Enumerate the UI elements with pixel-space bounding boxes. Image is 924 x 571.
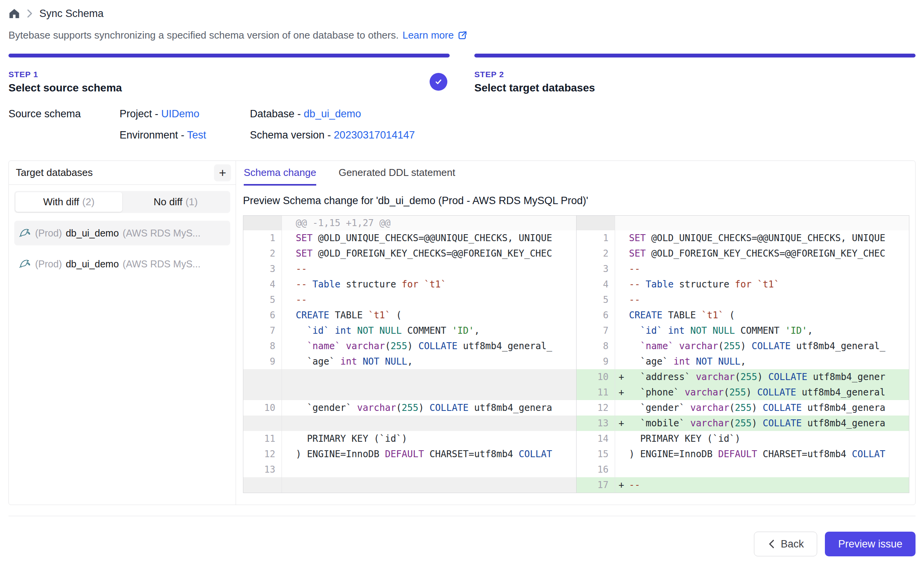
- diff-code-line: `id` int NOT NULL COMMENT 'ID',: [296, 323, 576, 338]
- breadcrumb: Sync Schema: [8, 5, 916, 22]
- diff-pane-old[interactable]: @@ -1,15 +1,27 @@1SET @OLD_UNIQUE_CHECKS…: [243, 216, 576, 493]
- tab-generated-ddl[interactable]: Generated DDL statement: [339, 167, 455, 186]
- target-databases-body: With diff (2) No diff (1) (Prod)db_ui_de…: [9, 185, 236, 282]
- diff-code-line: -- Table structure for `t1`: [629, 277, 909, 292]
- diff-change-marker: [615, 230, 629, 246]
- page-title: Sync Schema: [39, 8, 104, 20]
- diff-pane-new[interactable]: 1SET @OLD_UNIQUE_CHECKS=@@UNIQUE_CHECKS,…: [576, 216, 909, 493]
- step-1-label: STEP 1: [8, 70, 450, 79]
- diff-code-row: 3--: [577, 261, 909, 277]
- diff-line-number: 17: [577, 477, 615, 493]
- diff-change-marker: [282, 338, 296, 354]
- with-diff-count: (2): [82, 196, 94, 208]
- diff-line-number: 8: [577, 338, 615, 354]
- back-button[interactable]: Back: [754, 532, 817, 556]
- diff-code-row: 9 `age` int NOT NULL,: [243, 354, 576, 369]
- stepper: STEP 1 Select source schema STEP 2 Selec…: [8, 54, 916, 94]
- target-database-item[interactable]: (Prod)db_ui_demo(AWS RDS MyS...: [14, 252, 230, 276]
- step-1-title: Select source schema: [8, 82, 450, 94]
- diff-code-line: SET @OLD_UNIQUE_CHECKS=@@UNIQUE_CHECKS, …: [296, 230, 576, 246]
- diff-code-line: CREATE TABLE `t1` (: [629, 307, 909, 323]
- diff-code-line: `name` varchar(255) COLLATE utf8mb4_gene…: [629, 338, 909, 354]
- chevron-left-icon: [767, 539, 775, 549]
- filter-tab-with-diff[interactable]: With diff (2): [15, 192, 122, 212]
- diff-code-row: 8 `name` varchar(255) COLLATE utf8mb4_ge…: [243, 338, 576, 354]
- filter-tab-no-diff[interactable]: No diff (1): [122, 192, 229, 212]
- diff-code-line: [296, 477, 576, 493]
- diff-code-line: PRIMARY KEY (`id`): [296, 431, 576, 446]
- diff-line-number: 16: [577, 462, 615, 477]
- diff-code-line: SET @OLD_UNIQUE_CHECKS=@@UNIQUE_CHECKS, …: [629, 230, 909, 246]
- diff-line-number: 1: [577, 230, 615, 246]
- diff-code-row: 4-- Table structure for `t1`: [577, 277, 909, 292]
- diff-change-marker: +: [615, 416, 629, 431]
- diff-change-marker: [615, 446, 629, 462]
- preview-issue-button[interactable]: Preview issue: [825, 532, 916, 556]
- diff-change-marker: [282, 216, 296, 230]
- diff-code-row: 10+ `address` varchar(255) COLLATE utf8m…: [577, 369, 909, 385]
- diff-line-number: 2: [577, 246, 615, 261]
- diff-change-marker: [282, 416, 296, 431]
- diff-code-row: 8 `name` varchar(255) COLLATE utf8mb4_ge…: [577, 338, 909, 354]
- diff-line-number: 4: [243, 277, 282, 292]
- diff-code-row: 5--: [243, 292, 576, 307]
- diff-placeholder-row: [243, 369, 576, 385]
- preview-title: Preview Schema change for 'db_ui_demo (P…: [243, 195, 909, 207]
- diff-line-number: [243, 216, 282, 230]
- db-instance: (AWS RDS MyS...: [123, 228, 201, 239]
- diff-line-number: 10: [243, 400, 282, 416]
- diff-line-number: 5: [243, 292, 282, 307]
- diff-change-marker: [282, 354, 296, 369]
- sync-schema-page: Sync Schema Bytebase supports synchroniz…: [0, 0, 924, 571]
- diff-change-marker: [615, 462, 629, 477]
- diff-line-number: 4: [577, 277, 615, 292]
- diff-code-line: --: [629, 477, 909, 493]
- diff-line-number: 6: [577, 307, 615, 323]
- database-link[interactable]: db_ui_demo: [304, 108, 361, 120]
- diff-line-number: [243, 369, 282, 385]
- schema-version-link[interactable]: 20230317014147: [334, 129, 415, 141]
- db-name: db_ui_demo: [66, 228, 119, 239]
- step-1: STEP 1 Select source schema: [8, 54, 450, 94]
- diff-line-number: [243, 385, 282, 400]
- db-environment: (Prod): [35, 228, 62, 239]
- diff-line-number: 13: [243, 462, 282, 477]
- diff-code-line: CREATE TABLE `t1` (: [296, 307, 576, 323]
- learn-more-link[interactable]: Learn more: [403, 29, 468, 41]
- diff-line-number: 11: [243, 431, 282, 446]
- diff-code-row: 7 `id` int NOT NULL COMMENT 'ID',: [577, 323, 909, 338]
- diff-change-marker: [282, 477, 296, 493]
- db-environment: (Prod): [35, 258, 62, 270]
- diff-code-row: 12 `gender` varchar(255) COLLATE utf8mb4…: [577, 400, 909, 416]
- diff-line-number: 11: [577, 385, 615, 400]
- diff-line-number: 3: [243, 261, 282, 277]
- diff-change-marker: +: [615, 477, 629, 493]
- diff-line-number: 5: [577, 292, 615, 307]
- diff-code-line: `age` int NOT NULL,: [629, 354, 909, 369]
- tab-schema-change[interactable]: Schema change: [244, 167, 316, 186]
- add-target-database-button[interactable]: +: [214, 164, 231, 181]
- target-database-item[interactable]: (Prod)db_ui_demo(AWS RDS MyS...: [14, 221, 230, 245]
- diff-code-line: [296, 385, 576, 400]
- diff-change-marker: [282, 400, 296, 416]
- diff-code-line: -- Table structure for `t1`: [296, 277, 576, 292]
- home-icon[interactable]: [8, 8, 20, 19]
- diff-code-line: `age` int NOT NULL,: [296, 354, 576, 369]
- diff-change-marker: [615, 246, 629, 261]
- project-link[interactable]: UIDemo: [161, 108, 199, 120]
- source-environment: Environment - Test: [120, 129, 250, 141]
- diff-change-marker: [615, 338, 629, 354]
- diff-change-marker: [615, 400, 629, 416]
- diff-code-line: [296, 462, 576, 477]
- environment-link[interactable]: Test: [187, 129, 206, 141]
- diff-change-marker: [282, 446, 296, 462]
- sync-card: Target databases + With diff (2) No diff…: [8, 160, 916, 505]
- diff-code-line: `phone` varchar(255) COLLATE utf8mb4_gen…: [629, 385, 909, 400]
- diff-line-number: 9: [577, 354, 615, 369]
- diff-change-marker: [615, 431, 629, 446]
- diff-code-row: 12) ENGINE=InnoDB DEFAULT CHARSET=utf8mb…: [243, 446, 576, 462]
- step-1-completed-check-icon: [430, 73, 447, 91]
- no-diff-count: (1): [185, 196, 198, 208]
- diff-code-row: 4-- Table structure for `t1`: [243, 277, 576, 292]
- preview-tabs: Schema change Generated DDL statement: [243, 161, 909, 186]
